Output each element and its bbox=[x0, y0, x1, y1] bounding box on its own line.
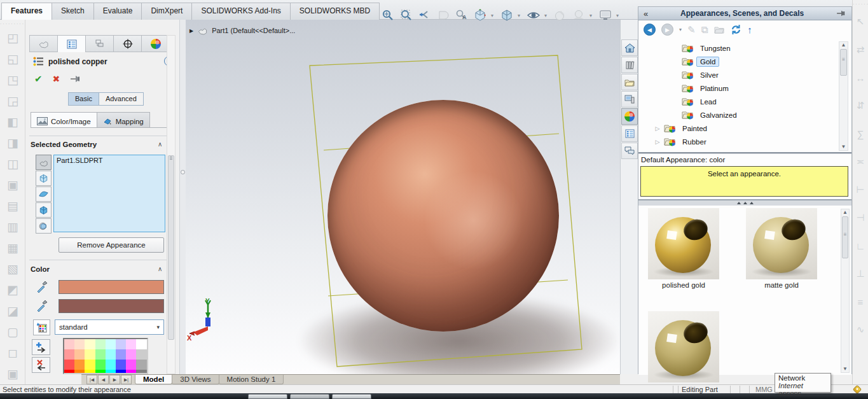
feature-tool-icon[interactable]: ◰ bbox=[0, 27, 25, 48]
palette-color[interactable] bbox=[95, 370, 106, 374]
tab-nav-button[interactable]: ◀ bbox=[98, 375, 109, 384]
feature-tool-icon[interactable]: ◻ bbox=[0, 342, 25, 363]
windows-taskbar[interactable] bbox=[0, 393, 868, 399]
palette-color[interactable] bbox=[136, 349, 146, 360]
dimension-tool-icon[interactable]: ⇵ bbox=[853, 92, 868, 120]
filter-assembly-button[interactable] bbox=[36, 218, 52, 234]
appearance-thumbnail[interactable]: polished gold bbox=[648, 208, 719, 289]
pm-scrollbar-thumb[interactable] bbox=[168, 155, 174, 340]
ribbon-tab[interactable]: SOLIDWORKS MBD bbox=[290, 3, 380, 20]
tab-design-library[interactable] bbox=[621, 57, 638, 73]
palette-color[interactable] bbox=[136, 360, 146, 370]
appearance-thumbnail[interactable]: matte gold bbox=[746, 208, 817, 289]
tab-nav-button[interactable]: |◀ bbox=[86, 375, 97, 384]
part-tree-label[interactable]: Part1 (Default<<Default>... bbox=[212, 27, 295, 34]
appearance-tree-item[interactable]: Galvanized bbox=[638, 108, 837, 122]
taskbar-button[interactable] bbox=[248, 394, 287, 399]
dimension-tool-icon[interactable]: ≡ bbox=[853, 288, 868, 316]
dropdown-arrow-icon[interactable]: ▾ bbox=[518, 13, 523, 18]
palette-color[interactable] bbox=[64, 370, 74, 374]
new-palette-button[interactable] bbox=[33, 319, 50, 335]
eyedropper-icon[interactable] bbox=[36, 279, 50, 293]
palette-color[interactable] bbox=[64, 349, 74, 360]
ok-button[interactable]: ✔ bbox=[34, 73, 43, 85]
feature-tool-icon[interactable]: ▥ bbox=[0, 216, 25, 237]
graphics-viewport[interactable]: ▶ Part1 (Default<<Default>... X Y bbox=[186, 20, 620, 374]
feature-tool-icon[interactable]: ▢ bbox=[0, 321, 25, 342]
appearance-tree-item[interactable]: Platinum bbox=[638, 81, 837, 95]
feature-tool-icon[interactable]: ◧ bbox=[0, 111, 25, 132]
palette-color[interactable] bbox=[126, 339, 136, 349]
expand-arrow-icon[interactable]: ▶ bbox=[189, 28, 193, 34]
tab-dimxpertmanager[interactable] bbox=[113, 35, 142, 52]
previous-view-icon[interactable] bbox=[417, 8, 432, 23]
palette-color[interactable] bbox=[85, 339, 95, 349]
appearance-tree-item[interactable]: Silver bbox=[638, 68, 837, 81]
history-dropdown-icon[interactable]: ▾ bbox=[679, 27, 682, 32]
tag-icon[interactable] bbox=[853, 385, 862, 394]
appearance-tree-item[interactable]: Tungsten bbox=[638, 41, 837, 55]
tab-configurationmanager[interactable] bbox=[85, 35, 114, 52]
tab-nav-button[interactable]: ▶ bbox=[109, 375, 120, 384]
feature-tool-icon[interactable]: ◫ bbox=[0, 153, 25, 174]
filter-face-button[interactable] bbox=[36, 186, 52, 202]
feature-tool-icon[interactable]: ◪ bbox=[0, 300, 25, 321]
palette-color[interactable] bbox=[116, 349, 126, 360]
palette-color[interactable] bbox=[74, 370, 85, 374]
add-color-button[interactable] bbox=[32, 339, 50, 355]
eyedropper-icon[interactable] bbox=[36, 298, 50, 312]
units-label[interactable]: MMG bbox=[755, 386, 773, 393]
palette-color[interactable] bbox=[85, 370, 95, 374]
appearance-tree-label[interactable]: Rubber bbox=[679, 137, 710, 147]
dropdown-arrow-icon[interactable]: ▾ bbox=[544, 13, 549, 18]
feature-tool-icon[interactable]: ◲ bbox=[0, 90, 25, 111]
geometry-item[interactable]: Part1.SLDPRT bbox=[57, 157, 103, 164]
collapse-chevron-icon[interactable]: ∧ bbox=[158, 141, 162, 148]
dimension-tool-icon[interactable]: ⊢ bbox=[853, 176, 868, 204]
expand-arrow-icon[interactable]: ▷ bbox=[654, 139, 661, 145]
appearance-tree-label[interactable]: Painted bbox=[679, 123, 711, 134]
palette-color[interactable] bbox=[126, 349, 136, 360]
feature-tool-icon[interactable]: ▣ bbox=[0, 174, 25, 195]
feature-tool-icon[interactable]: ▦ bbox=[0, 237, 25, 258]
dimension-tool-icon[interactable]: ∟ bbox=[853, 232, 868, 260]
up-level-icon[interactable]: ↑ bbox=[747, 24, 752, 35]
dimension-tool-icon[interactable]: ↖ bbox=[853, 8, 868, 36]
ribbon-tab[interactable]: DimXpert bbox=[141, 3, 192, 20]
feature-tree-flyout[interactable]: ▶ Part1 (Default<<Default>... bbox=[189, 26, 295, 35]
palette-color[interactable] bbox=[64, 339, 74, 349]
tab-mapping[interactable]: Mapping bbox=[97, 112, 150, 127]
dimension-tool-icon[interactable]: ↔ bbox=[853, 64, 868, 92]
taskbar-button[interactable] bbox=[290, 394, 329, 399]
zoom-fit-icon[interactable] bbox=[380, 8, 396, 23]
palette-color[interactable] bbox=[116, 339, 126, 349]
section-view-icon[interactable] bbox=[436, 8, 451, 23]
appearance-preview-image[interactable] bbox=[648, 208, 719, 279]
palette-color[interactable] bbox=[106, 370, 116, 374]
appearance-thumbnail[interactable]: satin finish gold bbox=[648, 311, 719, 392]
dimension-tool-icon[interactable]: ∿ bbox=[853, 316, 868, 344]
palette-color[interactable] bbox=[95, 339, 106, 349]
pin-icon[interactable] bbox=[70, 74, 81, 83]
palette-color[interactable] bbox=[74, 360, 85, 370]
zoom-area-icon[interactable] bbox=[399, 8, 414, 23]
tab-view-palette[interactable] bbox=[621, 91, 638, 108]
appearance-tree-item[interactable]: ▷ Rubber bbox=[638, 135, 837, 148]
tab-displaymanager[interactable] bbox=[141, 35, 170, 52]
appearance-tree-item[interactable]: ▷ Painted bbox=[638, 122, 837, 135]
palette-color[interactable] bbox=[106, 339, 116, 349]
appearance-preview-image[interactable] bbox=[746, 208, 817, 279]
palette-color[interactable] bbox=[85, 360, 95, 370]
ribbon-tab[interactable]: Sketch bbox=[52, 3, 94, 20]
filter-body-button[interactable] bbox=[36, 171, 52, 186]
basic-toggle-button[interactable]: Basic bbox=[69, 93, 99, 105]
panel-splitter[interactable] bbox=[179, 20, 186, 374]
dropdown-arrow-icon[interactable]: ▾ bbox=[616, 13, 621, 18]
tab-color-image[interactable]: Color/Image bbox=[31, 112, 97, 127]
palette-color[interactable] bbox=[126, 360, 136, 370]
view-settings-icon[interactable] bbox=[598, 8, 613, 23]
dimension-tool-icon[interactable]: ∑ bbox=[853, 120, 868, 148]
copper-sphere-model[interactable] bbox=[327, 100, 559, 332]
palette-color[interactable] bbox=[136, 370, 146, 374]
feature-tool-icon[interactable]: ◩ bbox=[0, 279, 25, 300]
